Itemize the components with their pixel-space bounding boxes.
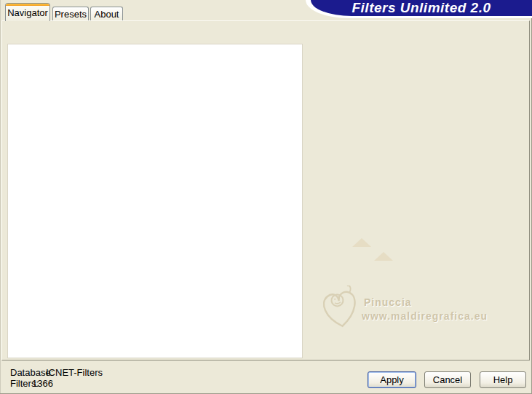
tab-label: About (95, 9, 119, 20)
help-button[interactable]: Help (480, 371, 526, 388)
tab-label: Navigator (7, 7, 48, 18)
slider-thumb-cell-height[interactable] (374, 252, 393, 261)
tab-presets[interactable]: Presets (52, 7, 89, 20)
filters-unlimited-window: Filters Unlimited 2.0 Navigator Presets … (0, 0, 532, 394)
tab-label: Presets (55, 9, 87, 20)
window-title: Filters Unlimited 2.0 (352, 0, 491, 16)
slider-thumb-cell-width[interactable] (352, 238, 371, 247)
lists-background (7, 44, 303, 358)
title-banner: Filters Unlimited 2.0 (311, 0, 532, 16)
tab-about[interactable]: About (90, 7, 123, 20)
main-panel (1, 20, 530, 360)
tab-navigator[interactable]: Navigator (5, 3, 50, 21)
heart-smiley-icon (316, 285, 364, 331)
watermark-url: www.maldiregrafica.eu (362, 310, 488, 322)
cancel-button[interactable]: Cancel (424, 371, 471, 388)
database-status-value: ICNET-Filters (46, 368, 103, 378)
watermark-name: Pinuccia (364, 296, 412, 308)
apply-button[interactable]: Apply (368, 371, 416, 388)
filters-count-value: 1366 (32, 379, 53, 389)
